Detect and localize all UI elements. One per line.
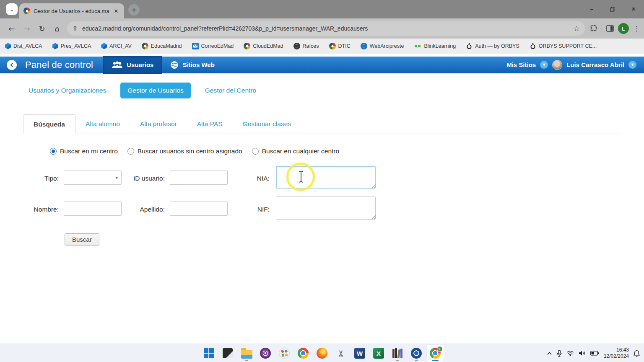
buscar-button[interactable]: Buscar [65,233,99,246]
bookmarks-bar: Dist_AVLCA Pres_AVLCA ARCI_AV EducaMadri… [0,39,644,54]
taskbar-chrome[interactable] [295,345,312,362]
radio-unselected-icon [252,148,259,155]
id-usuario-input[interactable] [170,171,228,185]
bookmark-dtic[interactable]: DTIC [329,43,351,49]
taskbar-word[interactable]: W [351,345,368,362]
bookmark-pres-avlca[interactable]: Pres_AVLCA [52,43,91,49]
bookmark-auth-orbys[interactable]: Auth — by ORBYS [466,43,519,49]
tray-date: 12/02/2024 [604,353,629,359]
header-nav: Usuarios Sitios Web [103,56,223,74]
chrome-icon [298,348,309,359]
apellido-input[interactable] [170,202,228,216]
back-button[interactable]: ← [5,22,18,35]
close-button[interactable]: ✕ [623,0,644,18]
subnav-usuarios-organizaciones[interactable]: Usuarios y Organizaciones [29,87,106,94]
user-name[interactable]: Luis Carrasco Abril [566,61,624,68]
tab-gestionar-clases[interactable]: Gestionar clases [233,114,301,134]
nombre-label: Nombre: [17,206,59,213]
nombre-input[interactable] [64,202,122,216]
select-caret-icon: ▾ [115,175,118,181]
taskbar-dark-window[interactable] [219,345,236,362]
restore-button[interactable] [602,0,623,18]
tab-alta-pas[interactable]: Alta PAS [187,114,233,134]
side-panel-icon[interactable] [606,25,614,32]
back-to-site-button[interactable] [7,60,17,70]
tray-chevron-up-icon[interactable] [547,352,552,355]
browser-toolbar: ← → ↻ ⌂ educa2.madrid.org/comunidad/cont… [0,18,644,39]
tray-clock[interactable]: 16:43 12/02/2024 [604,347,629,359]
mis-sitios-dropdown[interactable]: ▼ [540,61,548,69]
subnav-gestor-de-usuarios[interactable]: Gestor de Usuarios [120,83,191,98]
user-dropdown[interactable]: ▼ [628,61,636,69]
educamadrid-favicon-icon [23,8,30,14]
user-avatar[interactable] [552,60,562,70]
reload-button[interactable]: ↻ [35,22,49,35]
taskbar-file-explorer[interactable] [238,345,255,362]
excel-icon: X [373,348,384,359]
browser-menu-icon[interactable]: ⋮ [633,25,640,33]
taskbar-chrome-active[interactable]: L [427,345,444,362]
radio-unselected-icon [127,148,134,155]
taskbar-tor-browser[interactable] [257,345,274,362]
id-usuario-label: ID usuario: [123,175,165,182]
radio-cualquier-centro[interactable]: Buscar en cualquier centro [252,147,339,155]
browser-profile-avatar[interactable]: L [618,23,629,34]
tipo-label: Tipo: [17,175,59,182]
tipo-select[interactable]: ▾ [64,171,122,185]
extensions-icon[interactable] [590,25,597,32]
taskbar-educamadrid-wheel[interactable] [408,345,425,362]
bookmark-educamadrid[interactable]: EducaMadrid [142,43,182,49]
bookmark-blinklearning[interactable]: BlinkLearning [414,43,456,49]
browser-tab[interactable]: Gestor de Usuarios - educa.ma ✕ [19,3,124,18]
taskbar-firefox[interactable] [314,345,330,362]
bookmark-arci-av[interactable]: ARCI_AV [101,43,132,49]
start-button[interactable] [200,345,217,362]
subnav-gestor-del-centro[interactable]: Gestor del Centro [205,87,256,94]
firefox-icon [317,348,327,359]
microphone-icon[interactable] [557,350,562,357]
wifi-icon[interactable] [566,350,574,356]
tab-close-icon[interactable]: ✕ [112,7,120,15]
taskbar-library[interactable] [389,345,406,362]
forward-button[interactable]: → [20,22,34,35]
apellido-label: Apellido: [123,206,165,213]
system-tray: 16:43 12/02/2024 [547,344,640,362]
users-icon [112,61,123,69]
dtic-icon [329,43,336,49]
bookmark-webarcipreste[interactable]: WebArcipreste [361,43,404,49]
taskbar-paint[interactable] [276,345,293,362]
bookmark-cloudedmad[interactable]: CloudEdMad [244,43,283,49]
radio-sin-centro-asignado[interactable]: Buscar usuarios sin centro asignado [127,147,242,155]
portlet-subnav: Usuarios y Organizaciones Gestor de Usua… [29,82,256,99]
tab-alta-alumno[interactable]: Alta alumno [75,114,130,134]
toolbar-right: L ⋮ [590,23,640,34]
screen: ⌄ Gestor de Usuarios - educa.ma ✕ + – ✕ … [0,0,644,362]
mis-sitios-link[interactable]: Mis Sitios [506,61,536,68]
nif-textarea[interactable] [276,197,376,220]
nav-usuarios[interactable]: Usuarios [103,56,162,74]
bookmark-star-icon[interactable]: ☆ [574,24,580,33]
globe-icon [170,61,179,69]
address-bar[interactable]: educa2.madrid.org/comunidad/control_pane… [67,21,585,36]
taskbar-snipping-tool[interactable]: ✂ [332,345,349,362]
tab-alta-profesor[interactable]: Alta profesor [130,114,187,134]
file-explorer-icon [241,350,252,359]
manager-tabs: Búsqueda Alta alumno Alta profesor Alta … [23,114,621,134]
notifications-bell-icon[interactable] [634,350,640,357]
radio-buscar-mi-centro[interactable]: Buscar en mi centro [50,147,118,155]
nav-sitios-web[interactable]: Sitios Web [162,56,223,74]
new-tab-button[interactable]: + [128,4,140,16]
bookmark-correoedmad[interactable]: CorreoEdMad [192,43,234,49]
home-button[interactable]: ⌂ [50,22,64,35]
speaker-icon[interactable] [579,350,586,356]
bookmark-raices[interactable]: Raíces [293,43,319,49]
minimize-button[interactable]: – [581,0,602,18]
tab-busqueda[interactable]: Búsqueda [23,114,75,134]
battery-icon[interactable] [590,351,599,356]
bookmark-dist-avlca[interactable]: Dist_AVLCA [5,43,42,49]
educamadrid-icon [244,43,250,49]
tab-search-button[interactable]: ⌄ [6,3,18,15]
taskbar-excel[interactable]: X [370,345,387,362]
bookmark-orbys-support[interactable]: ORBYS SUPPORT CE... [530,43,597,49]
control-panel-header: Panel de control Usuarios Sitios Web Mis… [0,57,644,74]
